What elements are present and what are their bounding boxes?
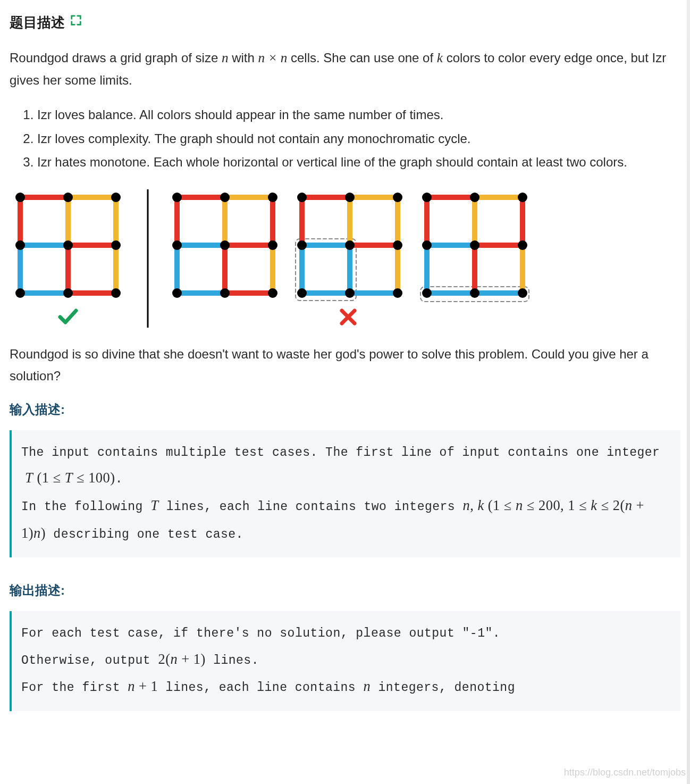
grid-diagram: [10, 189, 531, 328]
cross-icon: [342, 311, 355, 323]
input-line: In the following T lines, each line cont…: [21, 492, 671, 547]
check-icon: [60, 311, 76, 322]
after-paragraph: Roundgod is so divine that she doesn't w…: [10, 344, 680, 387]
input-heading: 输入描述:: [10, 399, 680, 421]
input-block: The input contains multiple test cases. …: [10, 430, 680, 558]
intro-paragraph: Roundgod draws a grid graph of size n wi…: [10, 47, 680, 91]
output-block: For each test case, if there's no soluti…: [10, 611, 680, 711]
output-line: For each test case, if there's no soluti…: [21, 622, 671, 646]
rules-list: Izr loves balance. All colors should app…: [37, 103, 680, 174]
output-line: For the first n + 1 lines, each line con…: [21, 673, 671, 700]
rule-item: Izr loves balance. All colors should app…: [37, 103, 680, 127]
expand-icon[interactable]: [70, 12, 82, 32]
title-row: 题目描述: [10, 11, 680, 34]
rule-item: Izr loves complexity. The graph should n…: [37, 127, 680, 151]
rule-item: Izr hates monotone. Each whole horizonta…: [37, 151, 680, 174]
output-line: Otherwise, output 2(n + 1) lines.: [21, 646, 671, 673]
input-line: The input contains multiple test cases. …: [21, 441, 671, 492]
scrollbar-track[interactable]: [687, 0, 690, 744]
page-title: 题目描述: [10, 11, 65, 34]
diagram-figure: [10, 189, 680, 328]
output-heading: 输出描述:: [10, 580, 680, 602]
